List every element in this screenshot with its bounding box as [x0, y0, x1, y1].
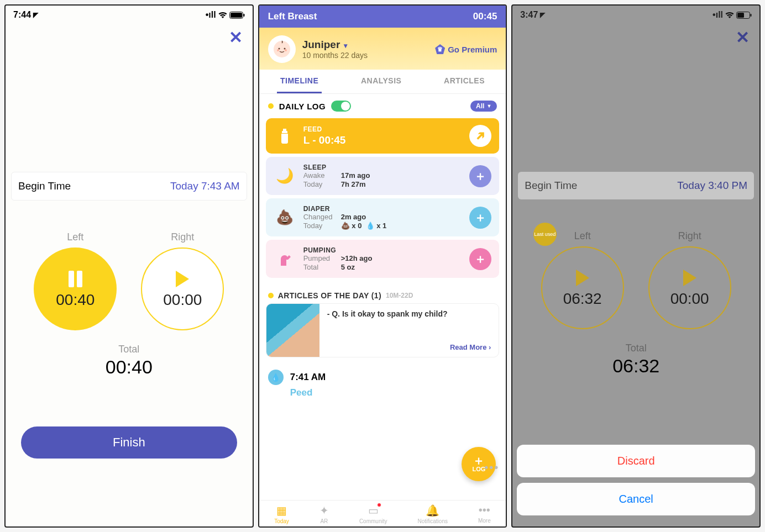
baby-age: 10 months 22 days — [302, 51, 368, 60]
more-menu-button[interactable]: ••• — [484, 461, 499, 474]
article-card[interactable]: - Q. Is it okay to spank my child? Read … — [266, 303, 500, 357]
feed-go-icon[interactable]: ➔ — [465, 120, 496, 152]
svg-point-7 — [285, 49, 287, 51]
dot-icon — [268, 103, 274, 109]
left-label: Left — [67, 231, 83, 243]
active-timer-bar[interactable]: Left Breast 00:45 — [259, 6, 506, 28]
begin-time-label: Begin Time — [525, 180, 577, 192]
right-time: 00:00 — [163, 291, 202, 309]
nav-notifications[interactable]: 🔔Notifications — [417, 504, 447, 524]
svg-rect-10 — [751, 14, 752, 17]
close-button[interactable]: ✕ — [6, 24, 253, 48]
bar-time: 00:45 — [473, 11, 497, 22]
screen-home: Left Breast 00:45 Juniper▼ 10 months 22 … — [258, 4, 507, 528]
screen-discard-sheet: 3:47 ◤ •ıll ✕ Begin Time Today 3:40 PM L… — [511, 4, 761, 528]
wifi-icon — [725, 12, 735, 19]
right-timer-button[interactable]: 00:00 — [141, 247, 224, 330]
left-timer-button: 06:32 — [541, 246, 624, 329]
tabs: TIMELINE ANALYSIS ARTICLES — [259, 70, 506, 94]
go-premium-button[interactable]: ♛ Go Premium — [435, 44, 497, 54]
close-button[interactable]: ✕ — [512, 24, 759, 48]
baby-avatar[interactable] — [268, 35, 296, 63]
feed-card[interactable]: FEED L - 00:45 ➔ — [266, 118, 500, 154]
tab-articles[interactable]: ARTICLES — [441, 70, 488, 93]
status-time: 3:47 — [520, 10, 538, 20]
diaper-add-button[interactable]: ＋ — [469, 207, 491, 229]
timeline-time: 7:41 AM — [290, 372, 326, 383]
play-icon — [176, 269, 189, 289]
total-block: Total 00:40 — [11, 344, 247, 378]
right-label: Right — [171, 231, 194, 243]
diaper-card[interactable]: 💩 DIAPER Changed2m ago Today💩 x 0 💧 x 1 … — [266, 198, 500, 236]
poop-icon: 💩 — [274, 209, 296, 226]
chevron-down-icon: ▼ — [342, 42, 349, 50]
bottle-icon — [274, 128, 296, 144]
daily-log-toggle[interactable] — [331, 101, 351, 112]
begin-time-value: Today 3:40 PM — [677, 180, 747, 192]
articles-sub: 10M-22D — [386, 292, 413, 299]
right-timer-button: 00:00 — [648, 246, 731, 329]
pump-add-button[interactable]: ＋ — [469, 248, 491, 270]
begin-time-label: Begin Time — [18, 180, 71, 192]
left-time: 00:40 — [56, 291, 95, 309]
article-question: - Q. Is it okay to spank my child? — [327, 309, 491, 318]
read-more-link[interactable]: Read More › — [327, 343, 491, 351]
drop-icon: 💧 — [268, 370, 284, 385]
action-sheet: Discard Cancel — [512, 445, 759, 526]
pumping-card[interactable]: PUMPING Pumped>12h ago Total5 oz ＋ — [266, 240, 500, 278]
wifi-icon — [218, 12, 228, 19]
tab-timeline[interactable]: TIMELINE — [277, 70, 322, 93]
log-cards: FEED L - 00:45 ➔ 🌙 SLEEP Awake17m ago To… — [259, 118, 506, 281]
bar-title: Left Breast — [268, 11, 317, 22]
filter-all-button[interactable]: All▼ — [470, 101, 497, 112]
last-used-badge: Last used — [533, 223, 557, 246]
baby-info[interactable]: Juniper▼ 10 months 22 days — [302, 39, 368, 60]
left-label: Left — [574, 230, 591, 242]
status-indicators: •ıll — [712, 10, 752, 20]
status-bar: 3:47 ◤ •ıll — [512, 6, 759, 24]
pump-title: PUMPING — [303, 246, 462, 254]
right-timer: Right 00:00 — [648, 230, 731, 329]
left-timer-button[interactable]: 00:40 — [34, 247, 117, 330]
begin-time-button[interactable]: Begin Time Today 7:43 AM — [11, 172, 247, 201]
nav-community[interactable]: ▭Community — [359, 504, 387, 524]
sleep-card[interactable]: 🌙 SLEEP Awake17m ago Today7h 27m ＋ — [266, 157, 500, 195]
total-block: Total 06:32 — [518, 343, 754, 377]
pump-icon — [274, 251, 296, 267]
right-label: Right — [678, 230, 701, 242]
nav-ar[interactable]: ✦AR — [319, 504, 329, 524]
bottom-nav: ▦Today ✦AR ▭Community 🔔Notifications •••… — [259, 500, 506, 526]
signal-icon: •ıll — [712, 10, 723, 20]
svg-point-4 — [278, 48, 280, 50]
crown-icon: ♛ — [435, 44, 445, 54]
svg-point-6 — [277, 49, 279, 51]
begin-time-button: Begin Time Today 3:40 PM — [518, 172, 754, 199]
tab-analysis[interactable]: ANALYSIS — [358, 70, 405, 93]
svg-rect-1 — [230, 13, 242, 18]
feed-sub: L - 00:45 — [303, 134, 462, 146]
pause-icon — [69, 269, 82, 289]
nav-today[interactable]: ▦Today — [274, 504, 289, 524]
plus-icon: ＋ — [473, 456, 485, 466]
articles-title: ARTICLES OF THE DAY (1) — [278, 291, 381, 300]
screen-timer: 7:44 ◤ •ıll ✕ Begin Time Today 7:43 AM L… — [4, 4, 254, 528]
total-label: Total — [11, 344, 247, 355]
calendar-icon: ▦ — [276, 504, 287, 517]
cancel-button[interactable]: Cancel — [517, 483, 755, 515]
total-value: 06:32 — [518, 355, 754, 377]
sleep-add-button[interactable]: ＋ — [469, 165, 491, 187]
sleep-title: SLEEP — [303, 164, 462, 171]
articles-header: ARTICLES OF THE DAY (1) 10M-22D — [259, 281, 506, 303]
nav-more[interactable]: •••More — [478, 504, 491, 524]
begin-time-value: Today 7:43 AM — [170, 180, 240, 192]
total-label: Total — [518, 343, 754, 354]
location-arrow-icon: ◤ — [540, 11, 545, 19]
battery-icon — [736, 12, 752, 19]
right-time: 00:00 — [670, 290, 709, 308]
discard-button[interactable]: Discard — [517, 445, 755, 477]
timeline-action: Peed — [259, 387, 506, 401]
battery-icon — [229, 12, 245, 19]
play-icon — [683, 268, 696, 288]
timeline-entry[interactable]: 💧 7:41 AM — [259, 357, 506, 387]
finish-button[interactable]: Finish — [21, 426, 237, 459]
